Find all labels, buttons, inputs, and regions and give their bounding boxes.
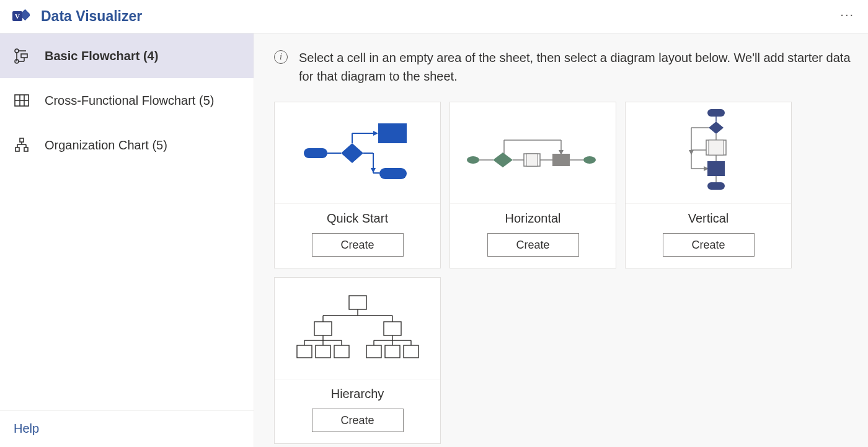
card-hierarchy: Hierarchy Create [274, 277, 441, 444]
svg-rect-56 [709, 140, 724, 155]
header-bar: V Data Visualizer ··· [0, 0, 868, 33]
create-button[interactable]: Create [312, 233, 404, 257]
svg-rect-82 [316, 345, 330, 358]
svg-rect-84 [366, 345, 381, 358]
svg-rect-16 [24, 148, 28, 151]
sidebar-item-org-chart[interactable]: Organization Chart (5) [0, 123, 254, 167]
card-footer: Hierarchy Create [275, 379, 440, 443]
svg-marker-49 [709, 122, 724, 134]
create-button[interactable]: Create [312, 409, 404, 432]
svg-marker-30 [371, 168, 376, 173]
svg-rect-63 [707, 182, 725, 190]
svg-rect-21 [304, 148, 327, 158]
flowchart-icon [12, 46, 31, 65]
sidebar-item-cross-functional[interactable]: Cross-Functional Flowchart (5) [0, 78, 254, 123]
body: Basic Flowchart (4) Cross-Functional Flo… [0, 33, 868, 447]
card-horizontal: Horizontal Create [450, 102, 616, 268]
svg-rect-83 [334, 345, 349, 358]
card-preview [450, 102, 616, 204]
app-root: V Data Visualizer ··· Basic Flowchart (4… [0, 0, 868, 447]
card-title: Quick Start [327, 211, 388, 226]
more-options-button[interactable]: ··· [840, 7, 854, 22]
card-preview [275, 102, 440, 204]
cards-grid: Quick Start Create [254, 102, 868, 444]
create-button[interactable]: Create [663, 233, 755, 257]
sidebar-item-label: Basic Flowchart (4) [45, 49, 158, 63]
info-text: Select a cell in an empty area of the sh… [299, 48, 859, 86]
svg-rect-86 [404, 345, 418, 358]
main-pane: i Select a cell in an empty area of the … [254, 33, 868, 447]
card-title: Vertical [688, 211, 729, 226]
svg-rect-47 [707, 109, 725, 117]
card-footer: Vertical Create [626, 204, 791, 268]
sidebar-item-label: Cross-Functional Flowchart (5) [45, 94, 214, 108]
svg-rect-27 [378, 123, 407, 143]
swimlane-icon [12, 91, 31, 110]
svg-rect-61 [707, 161, 725, 176]
svg-rect-5 [21, 54, 27, 58]
svg-rect-69 [314, 322, 332, 335]
create-button[interactable]: Create [487, 233, 579, 257]
svg-marker-26 [373, 131, 378, 136]
svg-rect-14 [20, 138, 24, 142]
sidebar: Basic Flowchart (4) Cross-Functional Flo… [0, 33, 254, 447]
card-footer: Quick Start Create [275, 204, 440, 268]
org-chart-icon [12, 136, 31, 154]
card-vertical: Vertical Create [625, 102, 792, 268]
svg-point-37 [467, 156, 479, 164]
card-preview [275, 278, 440, 379]
svg-rect-32 [379, 168, 407, 179]
card-footer: Horizontal Create [450, 204, 616, 268]
svg-rect-15 [16, 148, 19, 151]
card-title: Horizontal [505, 211, 560, 226]
svg-marker-39 [493, 153, 513, 167]
sidebar-item-basic-flowchart[interactable]: Basic Flowchart (4) [0, 33, 254, 78]
svg-point-46 [583, 156, 596, 164]
svg-text:V: V [15, 12, 20, 20]
svg-rect-85 [385, 345, 400, 358]
visio-logo-icon: V [12, 8, 30, 25]
help-link[interactable]: Help [0, 410, 254, 447]
svg-rect-42 [526, 154, 538, 166]
card-title: Hierarchy [331, 387, 384, 401]
info-row: i Select a cell in an empty area of the … [254, 48, 868, 86]
card-preview [626, 102, 791, 204]
sidebar-item-label: Organization Chart (5) [45, 138, 167, 153]
svg-rect-70 [384, 322, 401, 335]
nav-list: Basic Flowchart (4) Cross-Functional Flo… [0, 33, 254, 167]
svg-rect-44 [552, 154, 570, 166]
svg-rect-64 [349, 296, 366, 309]
card-quick-start: Quick Start Create [274, 102, 441, 268]
svg-point-3 [15, 49, 19, 53]
info-icon: i [274, 50, 288, 64]
svg-marker-23 [341, 143, 363, 163]
sidebar-spacer [0, 167, 254, 410]
app-title: Data Visualizer [41, 8, 142, 25]
svg-rect-81 [297, 345, 312, 358]
